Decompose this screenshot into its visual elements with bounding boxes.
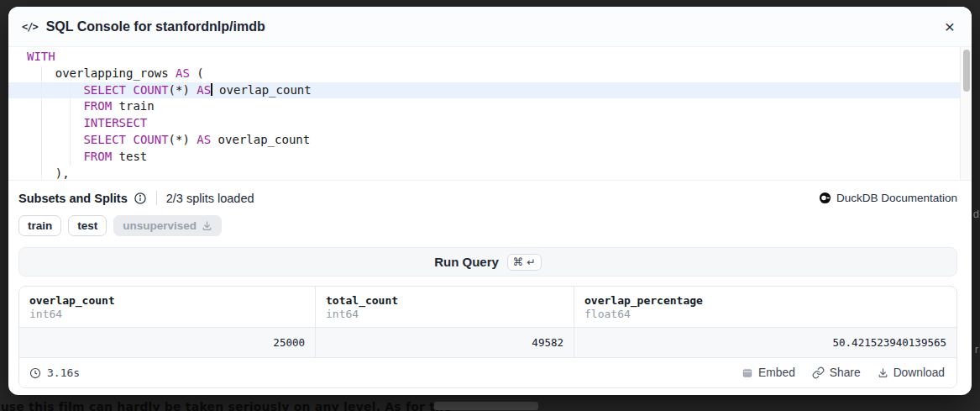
action-label: Download <box>894 366 945 379</box>
clock-icon <box>29 367 41 379</box>
editor-scrollbar-thumb[interactable] <box>963 50 970 92</box>
code-line: WITH <box>8 49 960 66</box>
split-pill-unsupervised[interactable]: unsupervised <box>113 215 222 236</box>
column-header-overlap_count: overlap_countint64 <box>19 287 315 327</box>
dialog-header: </> SQL Console for stanfordnlp/imdb × <box>8 7 972 46</box>
duckdb-documentation-link[interactable]: DuckDB Documentation <box>819 192 957 204</box>
column-name: overlap_percentage <box>584 294 946 307</box>
column-type: int64 <box>326 308 563 320</box>
splits-loaded-status: 2/3 splits loaded <box>166 192 254 205</box>
split-label: test <box>77 219 97 232</box>
sql-code: WITH overlapping_rows AS ( SELECT COUNT(… <box>8 49 960 181</box>
result-cell: 50.421523940139565 <box>574 328 956 357</box>
divider <box>156 191 157 205</box>
dimmed-background-fragment: r <box>975 343 978 356</box>
column-header-total_count: total_countint64 <box>315 287 574 327</box>
duckdb-documentation-label: DuckDB Documentation <box>836 192 957 204</box>
split-pill-train[interactable]: train <box>18 215 61 236</box>
column-header-overlap_percentage: overlap_percentagefloat64 <box>574 287 956 327</box>
sql-console-dialog: </> SQL Console for stanfordnlp/imdb × W… <box>8 7 972 395</box>
column-name: overlap_count <box>29 294 305 307</box>
action-label: Share <box>830 366 861 379</box>
code-line: overlapping_rows AS ( <box>8 66 960 82</box>
code-line: INTERSECT <box>8 115 960 132</box>
download-icon <box>878 367 888 378</box>
split-pill-test[interactable]: test <box>68 215 107 236</box>
query-duration: 3.16s <box>29 366 80 379</box>
run-query-label: Run Query <box>434 255 499 269</box>
dialog-title: SQL Console for stanfordnlp/imdb <box>46 19 265 34</box>
column-name: total_count <box>326 294 563 307</box>
indent-guide <box>70 82 71 166</box>
dimmed-background-text: ause this film can hardly be taken serio… <box>0 400 452 411</box>
results-data-row: 250004958250.421523940139565 <box>19 327 956 357</box>
results-footer: 3.16s EmbedShareDownload <box>19 357 956 387</box>
editor-scrollbar[interactable] <box>960 47 972 180</box>
info-icon[interactable] <box>134 192 147 205</box>
download-button[interactable]: Download <box>878 366 945 379</box>
splits-list: traintestunsupervised <box>18 215 957 236</box>
split-label: unsupervised <box>123 219 197 232</box>
duckdb-logo-icon <box>819 192 831 204</box>
indent-guide <box>41 66 42 181</box>
action-label: Embed <box>758 366 795 379</box>
code-icon: </> <box>22 21 38 33</box>
query-duration-value: 3.16s <box>47 366 80 379</box>
embed-icon <box>742 367 753 379</box>
dimmed-background-element <box>434 402 538 410</box>
embed-button[interactable]: Embed <box>742 366 795 379</box>
column-type: int64 <box>29 308 305 320</box>
results-header-row: overlap_countint64total_countint64overla… <box>19 287 956 327</box>
close-button[interactable]: × <box>943 18 956 35</box>
code-line-active: SELECT COUNT(*) AS overlap_count <box>8 82 960 99</box>
column-type: float64 <box>584 308 946 320</box>
share-icon <box>812 366 825 379</box>
code-line: ), <box>8 166 960 181</box>
dimmed-background-fragment: d <box>973 208 979 220</box>
split-label: train <box>28 219 52 232</box>
run-query-button[interactable]: Run Query ⌘ ↵ <box>18 247 957 277</box>
results-actions: EmbedShareDownload <box>742 366 945 379</box>
query-results-panel: overlap_countint64total_countint64overla… <box>18 286 957 388</box>
download-icon <box>202 220 212 231</box>
sql-editor[interactable]: WITH overlapping_rows AS ( SELECT COUNT(… <box>8 46 972 181</box>
share-button[interactable]: Share <box>812 366 861 379</box>
code-line: FROM train <box>8 98 960 115</box>
result-cell: 25000 <box>19 328 315 357</box>
result-cell: 49582 <box>315 328 574 357</box>
keyboard-shortcut-badge: ⌘ ↵ <box>507 254 542 271</box>
code-line: FROM test <box>8 149 960 166</box>
code-line: SELECT COUNT(*) AS overlap_count <box>8 132 960 149</box>
subsets-heading: Subsets and Splits <box>18 192 128 205</box>
